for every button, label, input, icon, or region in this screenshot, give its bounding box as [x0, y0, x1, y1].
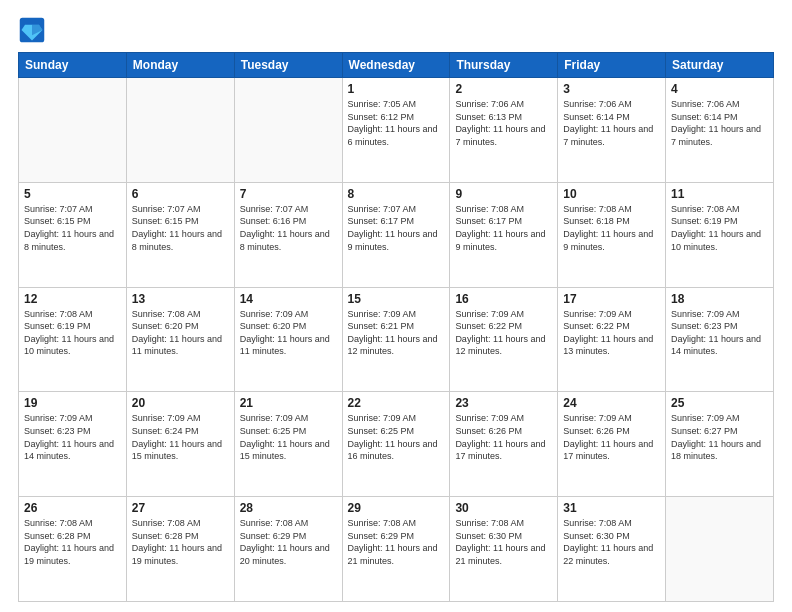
day-info: Sunrise: 7:09 AM Sunset: 6:26 PM Dayligh…: [455, 412, 552, 462]
day-info: Sunrise: 7:09 AM Sunset: 6:23 PM Dayligh…: [671, 308, 768, 358]
day-cell: 20Sunrise: 7:09 AM Sunset: 6:24 PM Dayli…: [126, 392, 234, 497]
day-number: 21: [240, 396, 337, 410]
day-info: Sunrise: 7:08 AM Sunset: 6:29 PM Dayligh…: [240, 517, 337, 567]
day-info: Sunrise: 7:08 AM Sunset: 6:18 PM Dayligh…: [563, 203, 660, 253]
header: [18, 16, 774, 44]
day-number: 15: [348, 292, 445, 306]
day-info: Sunrise: 7:09 AM Sunset: 6:22 PM Dayligh…: [563, 308, 660, 358]
day-number: 3: [563, 82, 660, 96]
day-number: 9: [455, 187, 552, 201]
day-number: 28: [240, 501, 337, 515]
day-cell: 15Sunrise: 7:09 AM Sunset: 6:21 PM Dayli…: [342, 287, 450, 392]
day-info: Sunrise: 7:08 AM Sunset: 6:19 PM Dayligh…: [671, 203, 768, 253]
day-info: Sunrise: 7:09 AM Sunset: 6:25 PM Dayligh…: [240, 412, 337, 462]
day-number: 7: [240, 187, 337, 201]
page: SundayMondayTuesdayWednesdayThursdayFrid…: [0, 0, 792, 612]
day-info: Sunrise: 7:08 AM Sunset: 6:28 PM Dayligh…: [132, 517, 229, 567]
day-info: Sunrise: 7:06 AM Sunset: 6:14 PM Dayligh…: [563, 98, 660, 148]
week-row-2: 5Sunrise: 7:07 AM Sunset: 6:15 PM Daylig…: [19, 182, 774, 287]
day-cell: 9Sunrise: 7:08 AM Sunset: 6:17 PM Daylig…: [450, 182, 558, 287]
day-number: 8: [348, 187, 445, 201]
day-info: Sunrise: 7:07 AM Sunset: 6:16 PM Dayligh…: [240, 203, 337, 253]
day-info: Sunrise: 7:07 AM Sunset: 6:15 PM Dayligh…: [24, 203, 121, 253]
day-info: Sunrise: 7:08 AM Sunset: 6:30 PM Dayligh…: [563, 517, 660, 567]
day-number: 10: [563, 187, 660, 201]
day-cell: 4Sunrise: 7:06 AM Sunset: 6:14 PM Daylig…: [666, 78, 774, 183]
day-info: Sunrise: 7:06 AM Sunset: 6:14 PM Dayligh…: [671, 98, 768, 148]
day-info: Sunrise: 7:09 AM Sunset: 6:22 PM Dayligh…: [455, 308, 552, 358]
day-number: 27: [132, 501, 229, 515]
day-header-wednesday: Wednesday: [342, 53, 450, 78]
day-info: Sunrise: 7:07 AM Sunset: 6:17 PM Dayligh…: [348, 203, 445, 253]
week-row-4: 19Sunrise: 7:09 AM Sunset: 6:23 PM Dayli…: [19, 392, 774, 497]
day-number: 29: [348, 501, 445, 515]
day-cell: 14Sunrise: 7:09 AM Sunset: 6:20 PM Dayli…: [234, 287, 342, 392]
day-header-friday: Friday: [558, 53, 666, 78]
day-number: 2: [455, 82, 552, 96]
day-cell: 11Sunrise: 7:08 AM Sunset: 6:19 PM Dayli…: [666, 182, 774, 287]
day-cell: 8Sunrise: 7:07 AM Sunset: 6:17 PM Daylig…: [342, 182, 450, 287]
day-cell: 26Sunrise: 7:08 AM Sunset: 6:28 PM Dayli…: [19, 497, 127, 602]
day-number: 11: [671, 187, 768, 201]
calendar: SundayMondayTuesdayWednesdayThursdayFrid…: [18, 52, 774, 602]
day-number: 17: [563, 292, 660, 306]
day-cell: 23Sunrise: 7:09 AM Sunset: 6:26 PM Dayli…: [450, 392, 558, 497]
day-cell: 2Sunrise: 7:06 AM Sunset: 6:13 PM Daylig…: [450, 78, 558, 183]
day-number: 12: [24, 292, 121, 306]
day-cell: 22Sunrise: 7:09 AM Sunset: 6:25 PM Dayli…: [342, 392, 450, 497]
day-cell: 19Sunrise: 7:09 AM Sunset: 6:23 PM Dayli…: [19, 392, 127, 497]
day-info: Sunrise: 7:09 AM Sunset: 6:27 PM Dayligh…: [671, 412, 768, 462]
day-info: Sunrise: 7:08 AM Sunset: 6:19 PM Dayligh…: [24, 308, 121, 358]
day-cell: 30Sunrise: 7:08 AM Sunset: 6:30 PM Dayli…: [450, 497, 558, 602]
day-info: Sunrise: 7:06 AM Sunset: 6:13 PM Dayligh…: [455, 98, 552, 148]
day-cell: 24Sunrise: 7:09 AM Sunset: 6:26 PM Dayli…: [558, 392, 666, 497]
day-cell: 16Sunrise: 7:09 AM Sunset: 6:22 PM Dayli…: [450, 287, 558, 392]
day-number: 6: [132, 187, 229, 201]
day-cell: 21Sunrise: 7:09 AM Sunset: 6:25 PM Dayli…: [234, 392, 342, 497]
day-info: Sunrise: 7:08 AM Sunset: 6:20 PM Dayligh…: [132, 308, 229, 358]
day-cell: 27Sunrise: 7:08 AM Sunset: 6:28 PM Dayli…: [126, 497, 234, 602]
day-cell: 5Sunrise: 7:07 AM Sunset: 6:15 PM Daylig…: [19, 182, 127, 287]
day-header-tuesday: Tuesday: [234, 53, 342, 78]
logo: [18, 16, 50, 44]
day-info: Sunrise: 7:09 AM Sunset: 6:23 PM Dayligh…: [24, 412, 121, 462]
week-row-3: 12Sunrise: 7:08 AM Sunset: 6:19 PM Dayli…: [19, 287, 774, 392]
day-info: Sunrise: 7:09 AM Sunset: 6:20 PM Dayligh…: [240, 308, 337, 358]
day-info: Sunrise: 7:08 AM Sunset: 6:28 PM Dayligh…: [24, 517, 121, 567]
day-cell: 17Sunrise: 7:09 AM Sunset: 6:22 PM Dayli…: [558, 287, 666, 392]
day-cell: 12Sunrise: 7:08 AM Sunset: 6:19 PM Dayli…: [19, 287, 127, 392]
day-number: 14: [240, 292, 337, 306]
day-info: Sunrise: 7:09 AM Sunset: 6:26 PM Dayligh…: [563, 412, 660, 462]
day-info: Sunrise: 7:07 AM Sunset: 6:15 PM Dayligh…: [132, 203, 229, 253]
day-number: 31: [563, 501, 660, 515]
day-info: Sunrise: 7:09 AM Sunset: 6:21 PM Dayligh…: [348, 308, 445, 358]
day-cell: 13Sunrise: 7:08 AM Sunset: 6:20 PM Dayli…: [126, 287, 234, 392]
day-cell: [126, 78, 234, 183]
day-cell: 28Sunrise: 7:08 AM Sunset: 6:29 PM Dayli…: [234, 497, 342, 602]
day-cell: 7Sunrise: 7:07 AM Sunset: 6:16 PM Daylig…: [234, 182, 342, 287]
day-info: Sunrise: 7:05 AM Sunset: 6:12 PM Dayligh…: [348, 98, 445, 148]
week-row-1: 1Sunrise: 7:05 AM Sunset: 6:12 PM Daylig…: [19, 78, 774, 183]
logo-icon: [18, 16, 46, 44]
day-number: 22: [348, 396, 445, 410]
day-cell: 3Sunrise: 7:06 AM Sunset: 6:14 PM Daylig…: [558, 78, 666, 183]
day-cell: 25Sunrise: 7:09 AM Sunset: 6:27 PM Dayli…: [666, 392, 774, 497]
day-cell: 29Sunrise: 7:08 AM Sunset: 6:29 PM Dayli…: [342, 497, 450, 602]
day-cell: [234, 78, 342, 183]
day-cell: 18Sunrise: 7:09 AM Sunset: 6:23 PM Dayli…: [666, 287, 774, 392]
day-cell: [666, 497, 774, 602]
day-cell: 10Sunrise: 7:08 AM Sunset: 6:18 PM Dayli…: [558, 182, 666, 287]
week-row-5: 26Sunrise: 7:08 AM Sunset: 6:28 PM Dayli…: [19, 497, 774, 602]
day-number: 30: [455, 501, 552, 515]
day-info: Sunrise: 7:08 AM Sunset: 6:29 PM Dayligh…: [348, 517, 445, 567]
header-row: SundayMondayTuesdayWednesdayThursdayFrid…: [19, 53, 774, 78]
day-cell: 1Sunrise: 7:05 AM Sunset: 6:12 PM Daylig…: [342, 78, 450, 183]
day-number: 26: [24, 501, 121, 515]
day-number: 16: [455, 292, 552, 306]
day-number: 1: [348, 82, 445, 96]
day-header-saturday: Saturday: [666, 53, 774, 78]
day-cell: 31Sunrise: 7:08 AM Sunset: 6:30 PM Dayli…: [558, 497, 666, 602]
day-number: 20: [132, 396, 229, 410]
day-info: Sunrise: 7:09 AM Sunset: 6:25 PM Dayligh…: [348, 412, 445, 462]
day-info: Sunrise: 7:09 AM Sunset: 6:24 PM Dayligh…: [132, 412, 229, 462]
